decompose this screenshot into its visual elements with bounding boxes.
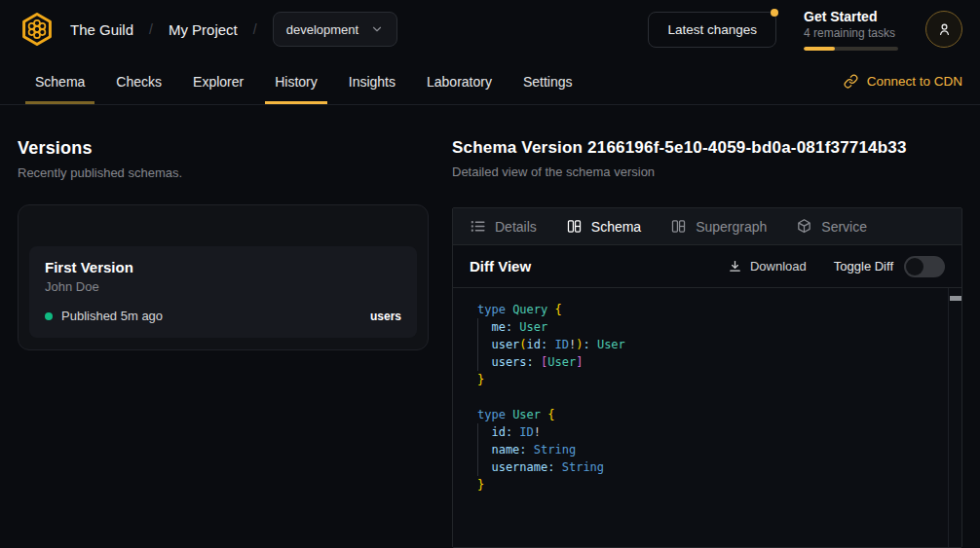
top-bar: The Guild / My Project / development Lat… <box>0 0 980 58</box>
latest-changes-label: Latest changes <box>667 22 757 37</box>
connect-to-cdn-label: Connect to CDN <box>867 74 962 89</box>
get-started-progress-bar <box>804 47 898 51</box>
latest-changes-button[interactable]: Latest changes <box>648 12 776 48</box>
diff-view-header: Diff View Download Toggle Diff <box>453 245 961 288</box>
breadcrumb-separator: / <box>149 21 153 37</box>
versions-panel: Versions Recently published schemas. Fir… <box>18 105 429 548</box>
tab-insights[interactable]: Insights <box>339 58 405 104</box>
target-selector[interactable]: development <box>273 12 397 47</box>
nav-tabs: SchemaChecksExplorerHistoryInsightsLabor… <box>25 58 594 104</box>
tab-history[interactable]: History <box>265 58 327 104</box>
code-line: type Query { <box>477 301 938 318</box>
toggle-diff-switch[interactable] <box>904 256 945 277</box>
target-nav-tabs: SchemaChecksExplorerHistoryInsightsLabor… <box>0 58 980 105</box>
versions-list: First VersionJohn DoePublished 5m agouse… <box>18 204 429 350</box>
columns-icon <box>566 218 583 235</box>
version-detail-title: Schema Version 2166196f-5e10-4059-bd0a-0… <box>452 138 962 158</box>
columns-icon <box>670 218 687 235</box>
indent-guide <box>477 458 478 476</box>
breadcrumb-project[interactable]: My Project <box>169 21 238 38</box>
version-detail-card: Details Schema Supergraph Service Diff V… <box>452 207 962 548</box>
cube-icon <box>796 218 812 235</box>
user-avatar-button[interactable] <box>925 11 962 48</box>
get-started-title: Get Started <box>804 9 898 24</box>
top-bar-right: Latest changes Get Started 4 remaining t… <box>648 9 962 51</box>
tab-explorer[interactable]: Explorer <box>183 58 253 104</box>
indent-guide <box>477 336 478 353</box>
code-line: type User { <box>477 406 938 423</box>
published-status-dot <box>45 312 53 320</box>
get-started-subtitle: 4 remaining tasks <box>804 26 898 40</box>
code-line: } <box>477 371 938 388</box>
breadcrumb-separator: / <box>253 21 257 37</box>
code-line <box>477 388 938 406</box>
list-icon <box>470 218 486 235</box>
code-line: users: [User] <box>477 353 938 371</box>
target-selector-value: development <box>286 22 358 37</box>
detail-tab-schema[interactable]: Schema <box>566 218 641 235</box>
detail-tab-supergraph[interactable]: Supergraph <box>670 218 767 235</box>
versions-title: Versions <box>18 138 429 159</box>
main-content: Versions Recently published schemas. Fir… <box>0 105 980 548</box>
diff-view-title: Diff View <box>470 258 531 274</box>
code-line: username: String <box>477 458 938 476</box>
code-line: } <box>477 476 938 493</box>
download-button[interactable]: Download <box>728 259 807 274</box>
tab-checks[interactable]: Checks <box>106 58 171 104</box>
link-icon <box>844 74 858 89</box>
code-line: name: String <box>477 441 938 458</box>
scrollbar-thumb[interactable] <box>950 296 961 301</box>
detail-tab-label: Details <box>495 219 537 235</box>
detail-tab-details[interactable]: Details <box>470 218 537 235</box>
download-label: Download <box>750 259 807 274</box>
schema-code-editor[interactable]: type Query { me: User user(id: ID!): Use… <box>453 288 961 547</box>
diff-view-actions: Download Toggle Diff <box>728 256 945 277</box>
indent-guide <box>477 441 478 458</box>
toggle-diff-label: Toggle Diff <box>834 259 893 274</box>
version-detail-subtitle: Detailed view of the schema version <box>452 164 962 179</box>
code-content: type Query { me: User user(id: ID!): Use… <box>453 288 961 503</box>
toggle-knob <box>906 258 923 275</box>
code-line: user(id: ID!): User <box>477 336 938 353</box>
get-started-progress-fill <box>804 47 835 51</box>
version-status: Published 5m ago <box>61 309 163 323</box>
code-line: id: ID! <box>477 423 938 441</box>
tab-settings[interactable]: Settings <box>513 58 583 104</box>
download-icon <box>728 259 742 274</box>
detail-tab-label: Schema <box>591 219 641 235</box>
connect-to-cdn-button[interactable]: Connect to CDN <box>844 58 962 104</box>
get-started-widget[interactable]: Get Started 4 remaining tasks <box>804 9 898 51</box>
version-name: First Version <box>45 259 401 275</box>
tab-schema[interactable]: Schema <box>25 58 94 104</box>
service-name-badge: users <box>370 310 401 323</box>
detail-tab-label: Supergraph <box>696 219 767 235</box>
breadcrumb: The Guild / My Project / development <box>70 12 397 47</box>
indent-guide <box>477 318 478 336</box>
person-icon <box>936 21 953 38</box>
detail-tab-label: Service <box>821 219 867 235</box>
detail-tab-service[interactable]: Service <box>796 218 867 235</box>
hive-logo-icon[interactable] <box>18 10 57 49</box>
app-root: The Guild / My Project / development Lat… <box>0 0 980 548</box>
breadcrumb-org[interactable]: The Guild <box>70 21 133 38</box>
detail-tabs: Details Schema Supergraph Service <box>453 208 961 245</box>
toggle-diff-control: Toggle Diff <box>834 256 945 277</box>
version-detail-panel: Schema Version 2166196f-5e10-4059-bd0a-0… <box>452 105 962 548</box>
versions-subtitle: Recently published schemas. <box>18 165 429 180</box>
version-author: John Doe <box>45 279 401 294</box>
notification-dot <box>771 9 778 17</box>
code-line: me: User <box>477 318 938 336</box>
chevron-down-icon <box>370 22 384 36</box>
indent-guide <box>477 423 478 441</box>
tab-laboratory[interactable]: Laboratory <box>417 58 502 104</box>
indent-guide <box>477 353 478 371</box>
version-list-item[interactable]: First VersionJohn DoePublished 5m agouse… <box>29 246 417 338</box>
code-scrollbar[interactable] <box>948 288 961 547</box>
